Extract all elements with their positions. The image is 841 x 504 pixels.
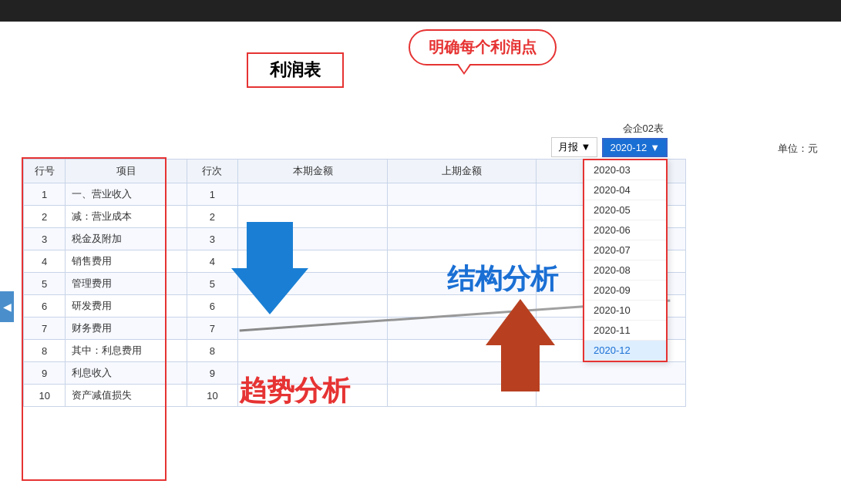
cell-current xyxy=(238,340,388,362)
cell-id: 6 xyxy=(24,295,66,318)
col-header-order: 行次 xyxy=(187,160,238,183)
cell-id: 10 xyxy=(24,385,66,407)
cell-order: 4 xyxy=(187,250,238,273)
cell-item: 税金及附加 xyxy=(66,228,187,250)
dropdown-item-2020-12[interactable]: 2020-12 xyxy=(584,341,666,361)
page-title: 利润表 xyxy=(247,52,344,88)
company-code: 会企02表 xyxy=(623,122,664,136)
cell-item: 减：营业成本 xyxy=(66,206,187,228)
controls-row: 月报 ▼ 2020-12 ▼ xyxy=(551,137,668,157)
dropdown-item-2020-06[interactable]: 2020-06 xyxy=(584,220,666,240)
cell-item: 其中：利息费用 xyxy=(66,340,187,362)
period-label: 月报 xyxy=(558,141,578,153)
speech-bubble: 明确每个利润点 xyxy=(409,29,557,66)
cell-order: 7 xyxy=(187,318,238,340)
cell-item: 销售费用 xyxy=(66,250,187,273)
cell-order: 10 xyxy=(187,385,238,407)
unit-text: 单位：元 xyxy=(778,142,818,156)
cell-year xyxy=(537,362,686,385)
cell-id: 9 xyxy=(24,362,66,385)
cell-id: 3 xyxy=(24,228,66,250)
dropdown-item-2020-03[interactable]: 2020-03 xyxy=(584,160,666,180)
table-row: 9 利息收入 9 xyxy=(24,362,686,385)
col-header-id: 行号 xyxy=(24,160,66,183)
cell-order: 2 xyxy=(187,206,238,228)
cell-id: 8 xyxy=(24,340,66,362)
table-row: 10 资产减值损失 10 xyxy=(24,385,686,407)
cell-order: 3 xyxy=(187,228,238,250)
dropdown-item-2020-10[interactable]: 2020-10 xyxy=(584,301,666,321)
dropdown-menu: 2020-03 2020-04 2020-05 2020-06 2020-07 … xyxy=(583,159,668,362)
col-header-item: 项目 xyxy=(66,160,187,183)
cell-order: 5 xyxy=(187,273,238,295)
date-selected-label: 2020-12 xyxy=(610,142,647,153)
period-select[interactable]: 月报 ▼ xyxy=(551,137,598,157)
cell-prev xyxy=(387,183,537,206)
dropdown-scroll[interactable]: 2020-03 2020-04 2020-05 2020-06 2020-07 … xyxy=(584,160,666,361)
period-chevron: ▼ xyxy=(581,141,591,153)
date-chevron: ▼ xyxy=(650,142,660,153)
cell-id: 1 xyxy=(24,183,66,206)
cell-id: 5 xyxy=(24,273,66,295)
date-select[interactable]: 2020-12 ▼ xyxy=(602,138,668,157)
cell-order: 8 xyxy=(187,340,238,362)
cell-item: 资产减值损失 xyxy=(66,385,187,407)
dropdown-item-2020-11[interactable]: 2020-11 xyxy=(584,321,666,341)
svg-marker-0 xyxy=(231,222,308,314)
qushi-label: 趋势分析 xyxy=(239,372,350,410)
dropdown-item-2020-04[interactable]: 2020-04 xyxy=(584,180,666,200)
cell-current xyxy=(238,183,388,206)
cell-item: 一、营业收入 xyxy=(66,183,187,206)
dropdown-item-2020-09[interactable]: 2020-09 xyxy=(584,281,666,301)
cell-item: 财务费用 xyxy=(66,318,187,340)
jiegou-label: 结构分析 xyxy=(447,260,558,298)
cell-year xyxy=(537,385,686,407)
dropdown-item-2020-08[interactable]: 2020-08 xyxy=(584,260,666,281)
cell-item: 利息收入 xyxy=(66,362,187,385)
brown-arrow-up xyxy=(486,299,555,391)
dropdown-item-2020-05[interactable]: 2020-05 xyxy=(584,200,666,220)
col-header-prev: 上期金额 xyxy=(387,160,537,183)
cell-item: 研发费用 xyxy=(66,295,187,318)
left-nav-button[interactable]: ◀ xyxy=(0,291,14,322)
cell-order: 6 xyxy=(187,295,238,318)
cell-prev xyxy=(387,206,537,228)
cell-id: 2 xyxy=(24,206,66,228)
dropdown-item-2020-07[interactable]: 2020-07 xyxy=(584,240,666,260)
blue-arrow-down xyxy=(231,222,308,314)
cell-id: 4 xyxy=(24,250,66,273)
main-content: 明确每个利润点 利润表 会企02表 月报 ▼ 2020-12 ▼ 单位：元 20… xyxy=(0,22,841,504)
col-header-current: 本期金额 xyxy=(238,160,388,183)
cell-order: 9 xyxy=(187,362,238,385)
cell-prev xyxy=(387,228,537,250)
cell-order: 1 xyxy=(187,183,238,206)
cell-item: 管理费用 xyxy=(66,273,187,295)
cell-id: 7 xyxy=(24,318,66,340)
svg-marker-1 xyxy=(486,299,555,391)
top-bar xyxy=(0,0,841,22)
